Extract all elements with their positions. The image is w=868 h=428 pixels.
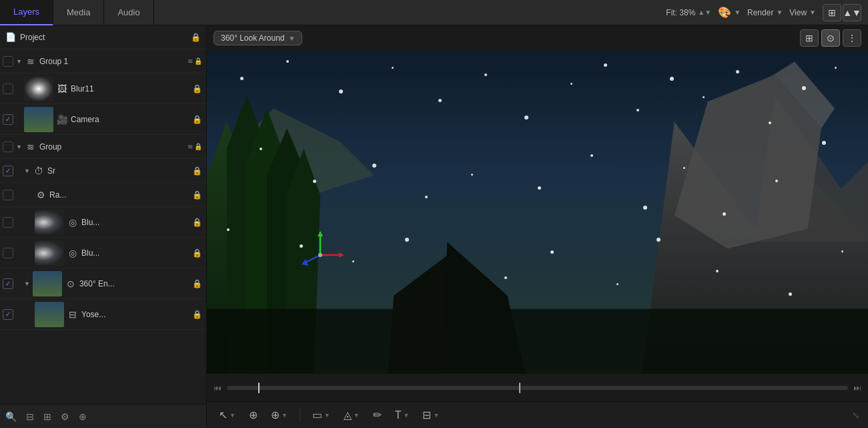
render-control[interactable]: Render ▼	[747, 8, 783, 17]
group1-badges: ≋ 🔒	[187, 57, 202, 65]
top-bar-controls: Fit: 38% ▲▼ 🎨 ▼ Render ▼ View ▼ ⊞ ▲▼	[207, 4, 868, 21]
canvas-header: 360° Look Around ▼ ⊞ ⊙ ⋮	[207, 25, 868, 51]
svg-point-20	[318, 253, 322, 257]
layout-controls: ⊞ ▲▼	[823, 4, 861, 21]
layer-check-yose[interactable]: ✓	[3, 309, 13, 320]
render-arrow: ▼	[776, 9, 783, 16]
look-around-icon: ⊕	[249, 409, 258, 421]
shape-arrow-icon: ▼	[324, 412, 330, 419]
add-tool[interactable]: ⊕	[79, 411, 87, 422]
yose-lock-icon: 🔒	[192, 310, 202, 319]
fit-control[interactable]: Fit: 38% ▲▼	[666, 8, 711, 17]
look-around-tool[interactable]: ⊕	[245, 407, 262, 423]
zoom-arrow-icon: ▼	[282, 412, 288, 419]
layer-arrow-icon: ▼	[433, 412, 439, 419]
layer-camera-name: Camera	[71, 115, 189, 124]
view-label: View	[789, 8, 807, 17]
mask-tool[interactable]: ◬ ▼	[340, 407, 364, 423]
layer-camera[interactable]: ✓ 🎥 Camera 🔒	[0, 104, 206, 135]
expand-group2-icon: ▼	[16, 144, 22, 150]
layer-check-ra[interactable]	[3, 190, 13, 200]
blur11-icon: 🖼	[56, 83, 68, 94]
timeline-playhead	[258, 383, 260, 393]
layer-tool[interactable]: ⊟ ▼	[418, 407, 443, 423]
layer-check-sr[interactable]: ✓	[3, 166, 13, 176]
layout-btn[interactable]: ⊞	[823, 4, 841, 21]
fit-label: Fit: 38%	[666, 8, 695, 17]
tab-layers[interactable]: Layers	[0, 0, 53, 25]
grid-tool[interactable]: ⊞	[43, 411, 51, 422]
ra-icon: ⚙	[35, 190, 47, 200]
project-lock-icon: 🔒	[191, 33, 201, 42]
viewer-360-btn[interactable]: ⊙	[821, 29, 840, 47]
tab-audio[interactable]: Audio	[104, 0, 153, 25]
layer-check-blur11[interactable]	[3, 83, 13, 94]
select-tool[interactable]: ↖ ▼	[215, 407, 240, 423]
select-arrow-icon: ▼	[230, 412, 236, 419]
layer-360env[interactable]: ✓ ▼ ⊙ 360° En... 🔒	[0, 268, 206, 299]
layer-ra[interactable]: ⚙ Ra... 🔒	[0, 183, 206, 207]
mask-icon: ◬	[344, 409, 352, 421]
settings-tool[interactable]: ⚙	[61, 411, 69, 422]
layer-ra-name: Ra...	[49, 190, 189, 200]
layer-blu2[interactable]: ◎ Blu... 🔒	[0, 238, 206, 268]
paint-tool[interactable]: ✏	[369, 407, 386, 423]
text-arrow-icon: ▼	[403, 412, 409, 419]
canvas-viewport[interactable]	[207, 51, 868, 373]
search-tool[interactable]: 🔍	[5, 411, 17, 422]
resize-handle-icon[interactable]: ⤡	[852, 410, 860, 421]
layer-check-group1[interactable]	[3, 56, 13, 67]
group2-badge1: ≋	[187, 143, 193, 150]
layout-up-down[interactable]: ▲▼	[843, 4, 861, 21]
camera-icon: 🎥	[56, 114, 68, 125]
timeline-end-icon: ⏭	[853, 383, 861, 393]
layer-icon: ⊟	[422, 409, 431, 421]
layer-yose[interactable]: ✓ ⊟ Yose... 🔒	[0, 299, 206, 330]
zoom-tool[interactable]: ⊕ ▼	[267, 407, 292, 423]
layer-check-blu2[interactable]	[3, 248, 13, 258]
layer-check-camera[interactable]: ✓	[3, 114, 13, 125]
layers-toggle-tool[interactable]: ⊟	[26, 411, 34, 422]
group1-badge2: 🔒	[194, 57, 202, 65]
layer-check-group2[interactable]	[3, 142, 13, 152]
timeline-marker	[519, 383, 520, 393]
layer-check-360env[interactable]: ✓	[3, 278, 13, 289]
project-row[interactable]: 📄 Project 🔒	[0, 25, 206, 49]
layer-sr[interactable]: ✓ ▼ ⏱ Sr 🔒	[0, 159, 206, 183]
env360-icon: ⊙	[65, 278, 77, 289]
layer-blur11-name: Blur11	[71, 84, 189, 93]
shape-tool[interactable]: ▭ ▼	[308, 407, 334, 423]
color-control[interactable]: 🎨 ▼	[718, 6, 741, 19]
view-dropdown[interactable]: 360° Look Around ▼	[213, 31, 302, 45]
layer-check-blu1[interactable]	[3, 217, 13, 228]
group2-badge2: 🔒	[194, 143, 202, 150]
layer-group1[interactable]: ▼ ≋ Group 1 ≋ 🔒	[0, 49, 206, 73]
layer-blur11[interactable]: 🖼 Blur11 🔒	[0, 73, 206, 104]
blu1-lock-icon: 🔒	[192, 218, 202, 227]
text-tool[interactable]: T ▼	[391, 407, 414, 423]
blu2-icon: ◎	[67, 248, 79, 258]
zoom-icon: ⊕	[271, 409, 280, 421]
viewer-grid-btn[interactable]: ⊞	[800, 29, 819, 47]
layer-group1-name: Group 1	[39, 57, 185, 66]
canvas-area: 360° Look Around ▼ ⊞ ⊙ ⋮	[207, 25, 868, 428]
camera-lock-icon: 🔒	[192, 115, 202, 124]
render-label: Render	[747, 8, 773, 17]
sr-icon: ⏱	[33, 166, 45, 176]
sr-lock-icon: 🔒	[192, 166, 202, 176]
sidebar-toolbar: 🔍 ⊟ ⊞ ⚙ ⊕	[0, 404, 206, 428]
layer-blu1[interactable]: ◎ Blu... 🔒	[0, 207, 206, 238]
color-arrow: ▼	[734, 9, 741, 16]
layer-group2[interactable]: ▼ ≋ Group ≋ 🔒	[0, 135, 206, 159]
canvas-header-tools: ⊞ ⊙ ⋮	[800, 29, 861, 47]
layer-group2-name: Group	[39, 142, 185, 152]
view-control[interactable]: View ▼	[789, 8, 816, 17]
blu2-lock-icon: 🔒	[192, 248, 202, 258]
timeline-start-icon: ⏮	[213, 383, 222, 393]
ra-lock-icon: 🔒	[192, 190, 202, 200]
viewer-more-btn[interactable]: ⋮	[843, 29, 861, 47]
timeline-bar[interactable]	[227, 386, 848, 390]
text-icon: T	[395, 409, 402, 421]
tab-media[interactable]: Media	[53, 0, 104, 25]
color-icon: 🎨	[718, 6, 731, 19]
